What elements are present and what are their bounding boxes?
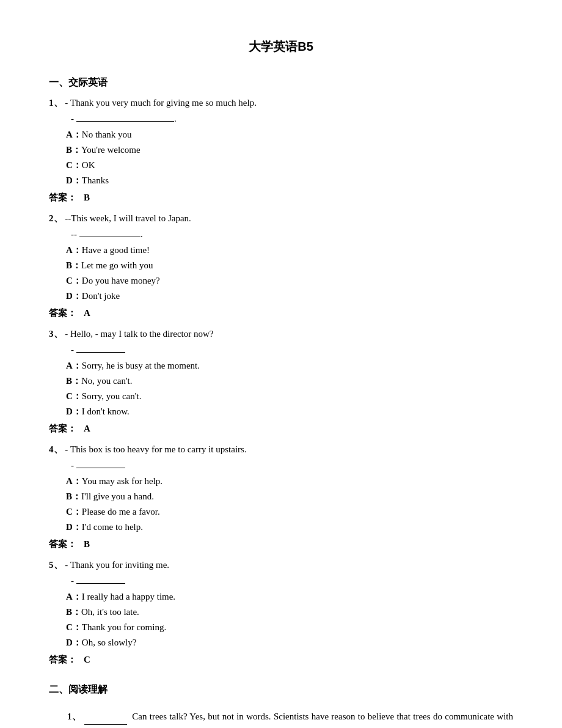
question-2-text: 2、 --This week, I will travel to Japan. (49, 211, 513, 226)
q1-answer: 答案：B (49, 190, 513, 205)
q3-option-a: A：Sorry, he is busy at the moment. (49, 358, 513, 373)
q4-option-c: C：Please do me a favor. (49, 504, 513, 519)
q5-option-c: C：Thank you for coming. (49, 620, 513, 634)
section2-title: 二、阅读理解 (49, 682, 513, 697)
q3-option-c: C：Sorry, you can't. (49, 389, 513, 403)
q4-option-b: B：I'll give you a hand. (49, 489, 513, 504)
question-1: 1、 - Thank you very much for giving me s… (49, 95, 513, 205)
q2-option-d: D：Don't joke (49, 289, 513, 303)
q5-option-b: B：Oh, it's too late. (49, 605, 513, 619)
q4-option-d: D：I'd come to help. (49, 520, 513, 534)
question-1-text: 1、 - Thank you very much for giving me s… (49, 95, 513, 110)
q2-answer: 答案：A (49, 306, 513, 320)
question-4-blank-line: - (59, 458, 513, 472)
question-3-text: 3、 - Hello, - may I talk to the director… (49, 326, 513, 341)
question-2: 2、 --This week, I will travel to Japan. … (49, 211, 513, 320)
reading-passage-1: 1、 Can trees talk? Yes, but not in words… (49, 709, 513, 728)
question-4-text: 4、 - This box is too heavy for me to car… (49, 442, 513, 457)
q1-option-c: C：OK (49, 158, 513, 172)
question-1-blank-line: -. (59, 111, 513, 126)
question-5-blank-line: - (59, 573, 513, 588)
page-title: 大学英语B5 (49, 37, 513, 56)
question-5-text: 5、 - Thank you for inviting me. (49, 557, 513, 572)
question-5: 5、 - Thank you for inviting me. - A：I re… (49, 557, 513, 667)
question-4: 4、 - This box is too heavy for me to car… (49, 442, 513, 551)
q2-option-b: B：Let me go with you (49, 258, 513, 273)
q3-option-d: D：I don't know. (49, 404, 513, 419)
q3-answer: 答案：A (49, 421, 513, 436)
q2-option-c: C：Do you have money? (49, 273, 513, 288)
q1-option-d: D：Thanks (49, 173, 513, 188)
q5-option-d: D：Oh, so slowly? (49, 635, 513, 650)
reading-q1-number: 1、 Can trees talk? Yes, but not in words… (49, 709, 513, 728)
q2-option-a: A：Have a good time! (49, 243, 513, 257)
q4-answer: 答案：B (49, 537, 513, 551)
section1-title: 一、交际英语 (49, 75, 513, 90)
q5-option-a: A：I really had a happy time. (49, 589, 513, 604)
question-2-blank-line: --. (59, 227, 513, 241)
question-3-blank-line: - (59, 342, 513, 357)
q3-option-b: B：No, you can't. (49, 373, 513, 388)
q4-option-a: A：You may ask for help. (49, 474, 513, 488)
q1-option-b: B：You're welcome (49, 142, 513, 157)
q5-answer: 答案：C (49, 652, 513, 667)
q1-option-a: A：No thank you (49, 127, 513, 142)
question-3: 3、 - Hello, - may I talk to the director… (49, 326, 513, 436)
